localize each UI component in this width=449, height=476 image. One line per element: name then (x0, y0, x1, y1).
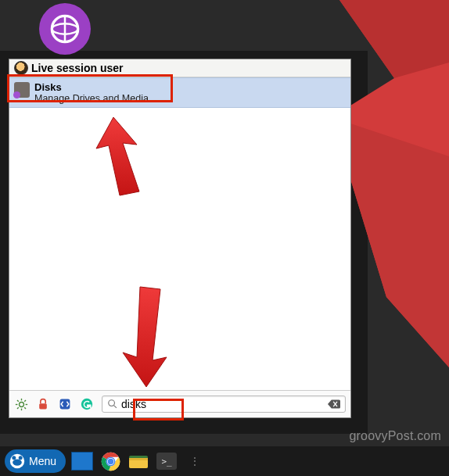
svg-line-11 (24, 407, 26, 409)
user-label: Live session user (31, 62, 124, 74)
svg-point-24 (19, 456, 23, 460)
svg-point-23 (12, 456, 16, 460)
search-icon (107, 399, 118, 410)
result-name: Disks (34, 81, 149, 93)
svg-point-22 (13, 460, 22, 466)
search-input[interactable] (121, 398, 325, 410)
lock-icon[interactable] (36, 397, 50, 411)
svg-line-18 (114, 406, 117, 408)
search-result-disks[interactable]: Disks Manage Drives and Media (9, 77, 350, 108)
files-launcher-icon[interactable] (127, 449, 150, 473)
taskbar-window-thumbnail[interactable] (70, 449, 94, 473)
svg-point-29 (107, 458, 113, 464)
chrome-launcher-icon[interactable] (99, 449, 122, 473)
search-field-container (102, 395, 346, 413)
firefox-launcher-icon[interactable] (39, 3, 91, 55)
svg-rect-14 (39, 403, 47, 409)
taskbar-overflow-icon[interactable]: ⋮ (183, 449, 207, 473)
clear-search-icon[interactable] (328, 399, 340, 409)
user-avatar-icon (14, 61, 28, 75)
menu-button-label: Menu (29, 455, 56, 467)
result-description: Manage Drives and Media (34, 93, 149, 104)
svg-line-13 (16, 407, 18, 409)
svg-rect-32 (129, 458, 148, 460)
terminal-launcher-icon[interactable]: >_ (155, 449, 178, 473)
menu-bottom-bar (9, 390, 350, 417)
menu-header: Live session user (9, 59, 350, 77)
svg-line-10 (16, 399, 18, 401)
updates-icon[interactable] (58, 397, 72, 411)
menu-empty-area (9, 108, 350, 390)
disks-app-icon (14, 82, 30, 98)
menu-button[interactable]: Menu (5, 449, 66, 473)
application-menu: Live session user Disks Manage Drives an… (9, 59, 351, 418)
settings-icon[interactable] (14, 397, 28, 411)
distro-logo-icon (9, 453, 25, 469)
grammarly-icon[interactable] (80, 397, 94, 411)
svg-point-5 (19, 402, 23, 406)
watermark-text: groovyPost.com (349, 429, 441, 443)
search-result-text: Disks Manage Drives and Media (34, 81, 149, 104)
svg-line-12 (24, 399, 26, 401)
taskbar: Menu >_ ⋮ (0, 446, 449, 476)
svg-point-17 (109, 400, 115, 406)
